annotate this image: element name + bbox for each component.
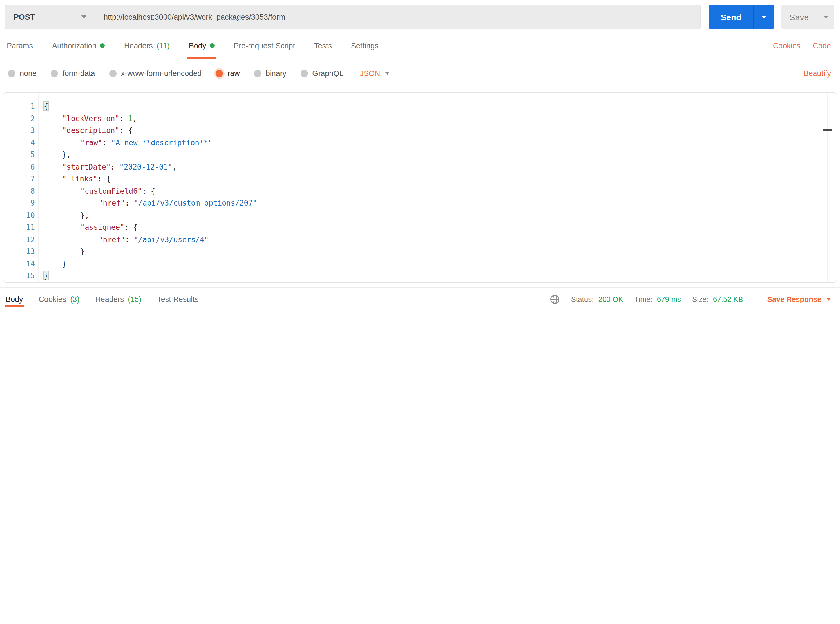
tab-response-cookies[interactable]: Cookies (3) bbox=[39, 288, 80, 310]
code-line: 9 "href": "/api/v3/custom_options/207" bbox=[3, 197, 837, 209]
time-label: Time: bbox=[635, 295, 652, 303]
tab-label: Authorization bbox=[52, 42, 97, 50]
url-text: http://localhost:3000/api/v3/work_packag… bbox=[103, 13, 285, 21]
tab-label: Params bbox=[7, 42, 33, 50]
tab-label: Settings bbox=[351, 42, 379, 50]
radio-selected-icon bbox=[216, 70, 223, 77]
line-number: 2 bbox=[3, 112, 35, 125]
radio-x-www-form-urlencoded[interactable]: x-www-form-urlencoded bbox=[109, 69, 202, 77]
code-line: 2 "lockVersion": 1, bbox=[3, 112, 837, 125]
line-number: 8 bbox=[3, 185, 35, 197]
cookies-link[interactable]: Cookies bbox=[773, 42, 801, 50]
line-number: 5 bbox=[3, 149, 35, 161]
radio-raw[interactable]: raw bbox=[216, 69, 240, 77]
code-line: 4 "raw": "A new **description**" bbox=[3, 137, 837, 149]
beautify-link[interactable]: Beautify bbox=[803, 69, 831, 77]
radio-none[interactable]: none bbox=[8, 69, 37, 77]
radio-label: binary bbox=[266, 69, 287, 77]
tab-body[interactable]: Body bbox=[189, 29, 215, 62]
raw-language-select[interactable]: JSON bbox=[360, 69, 390, 77]
save-response-button[interactable]: Save Response bbox=[768, 295, 831, 303]
line-number: 1 bbox=[3, 100, 35, 112]
tab-headers[interactable]: Headers (11) bbox=[124, 29, 170, 62]
line-number: 11 bbox=[3, 221, 35, 233]
chevron-down-icon bbox=[826, 298, 831, 300]
line-number: 4 bbox=[3, 137, 35, 149]
size-value: 67.52 KB bbox=[713, 295, 743, 303]
status-value: 200 OK bbox=[598, 295, 623, 303]
send-options-button[interactable] bbox=[753, 5, 774, 29]
code-line: 8 "customField6": { bbox=[3, 185, 837, 197]
tab-params[interactable]: Params bbox=[7, 29, 33, 62]
url-input[interactable]: http://localhost:3000/api/v3/work_packag… bbox=[95, 5, 700, 29]
code-line: 6 "startDate": "2020-12-01", bbox=[3, 161, 837, 173]
radio-label: form-data bbox=[63, 69, 95, 77]
code-line: 1{ bbox=[3, 100, 837, 112]
save-options-button[interactable] bbox=[817, 5, 834, 29]
tab-authorization[interactable]: Authorization bbox=[52, 29, 105, 62]
radio-binary[interactable]: binary bbox=[254, 69, 287, 77]
radio-label: none bbox=[20, 69, 37, 77]
radio-form-data[interactable]: form-data bbox=[51, 69, 95, 77]
line-number: 6 bbox=[3, 161, 35, 173]
request-tabs-right: Cookies Code bbox=[773, 42, 831, 50]
code-line: 15} bbox=[3, 270, 837, 282]
divider bbox=[755, 292, 756, 306]
radio-icon bbox=[51, 70, 58, 77]
radio-label: x-www-form-urlencoded bbox=[121, 69, 202, 77]
method-select[interactable]: POST bbox=[5, 5, 95, 29]
response-meta: Status: 200 OK Time: 679 ms Size: 67.52 … bbox=[550, 292, 831, 306]
send-label: Send bbox=[721, 12, 741, 22]
code-line: 13 } bbox=[3, 246, 837, 258]
request-tabs: Params Authorization Headers (11) Body P… bbox=[0, 29, 840, 62]
time-value: 679 ms bbox=[657, 295, 681, 303]
radio-icon bbox=[109, 70, 117, 77]
tab-pre-request-script[interactable]: Pre-request Script bbox=[234, 29, 295, 62]
line-number: 7 bbox=[3, 173, 35, 185]
save-button[interactable]: Save bbox=[781, 5, 817, 29]
tab-label: Pre-request Script bbox=[234, 42, 295, 50]
code-line: 3 "description": { bbox=[3, 125, 837, 137]
method-url-group: POST http://localhost:3000/api/v3/work_p… bbox=[5, 5, 701, 29]
code-line: 7 "_links": { bbox=[3, 173, 837, 185]
radio-icon bbox=[254, 70, 261, 77]
radio-graphql[interactable]: GraphQL bbox=[301, 69, 344, 77]
save-response-label: Save Response bbox=[768, 295, 822, 303]
tab-count: (11) bbox=[157, 42, 170, 50]
status-label: Status: bbox=[571, 295, 594, 303]
language-label: JSON bbox=[360, 69, 380, 77]
tab-test-results[interactable]: Test Results bbox=[157, 288, 199, 310]
tab-response-body[interactable]: Body bbox=[6, 288, 23, 310]
send-button-group: Send bbox=[709, 5, 774, 29]
tab-label: Headers bbox=[124, 42, 153, 50]
green-dot-icon bbox=[210, 43, 214, 48]
send-button[interactable]: Send bbox=[709, 5, 753, 29]
tab-label: Cookies bbox=[39, 295, 66, 303]
tab-response-headers[interactable]: Headers (15) bbox=[95, 288, 141, 310]
green-dot-icon bbox=[100, 43, 105, 48]
line-number: 9 bbox=[3, 197, 35, 209]
tab-settings[interactable]: Settings bbox=[351, 29, 379, 62]
save-label: Save bbox=[790, 12, 809, 22]
line-number: 12 bbox=[3, 233, 35, 246]
code-line: 5 }, bbox=[3, 149, 837, 161]
chevron-down-icon bbox=[762, 15, 766, 18]
line-number: 15 bbox=[3, 270, 35, 282]
request-url-bar: POST http://localhost:3000/api/v3/work_p… bbox=[0, 0, 840, 29]
request-body-editor[interactable]: 1{2 "lockVersion": 1,3 "description": {4… bbox=[3, 93, 837, 283]
response-tabs: Body Cookies (3) Headers (15) Test Resul… bbox=[0, 288, 840, 310]
chevron-down-icon bbox=[824, 15, 828, 18]
tab-label: Tests bbox=[314, 42, 332, 50]
code-link[interactable]: Code bbox=[813, 42, 831, 50]
radio-icon bbox=[301, 70, 308, 77]
code-line: 12 "href": "/api/v3/users/4" bbox=[3, 233, 837, 246]
tab-tests[interactable]: Tests bbox=[314, 29, 332, 62]
tab-count: (15) bbox=[128, 295, 141, 303]
radio-icon bbox=[8, 70, 15, 77]
tab-label: Test Results bbox=[157, 295, 199, 303]
line-number: 14 bbox=[3, 258, 35, 270]
size-label: Size: bbox=[692, 295, 709, 303]
code-line: 14 } bbox=[3, 258, 837, 270]
tab-count: (3) bbox=[70, 295, 79, 303]
tab-label: Body bbox=[6, 295, 23, 303]
